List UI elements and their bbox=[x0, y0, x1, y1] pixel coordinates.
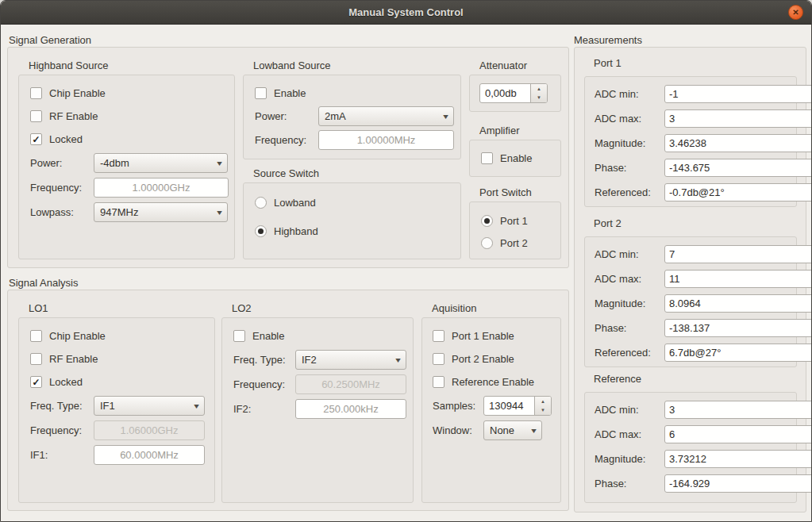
lo1-rf-enable-label: RF Enable bbox=[49, 353, 98, 365]
highband-chip-enable-checkbox[interactable] bbox=[30, 87, 42, 99]
magnitude-label: Magnitude: bbox=[595, 137, 664, 149]
lo2-if2-label: IF2: bbox=[233, 403, 295, 415]
amplifier-enable-label: Enable bbox=[500, 152, 532, 164]
reference-enable-checkbox[interactable] bbox=[433, 376, 444, 388]
source-switch-group: Lowband Highband bbox=[243, 182, 461, 259]
phase-label: Phase: bbox=[595, 322, 664, 334]
spin-down-icon[interactable]: ▼ bbox=[531, 94, 547, 103]
highband-locked-label: Locked bbox=[49, 133, 83, 145]
port2-adc-min-field[interactable] bbox=[664, 245, 812, 263]
attenuator-group: 0,00db ▲ ▼ bbox=[469, 75, 561, 112]
highband-frequency-input[interactable] bbox=[94, 178, 229, 198]
table-row: ADC max: bbox=[595, 425, 787, 443]
window-select[interactable]: None ▾ bbox=[483, 420, 542, 440]
lo2-freq-type-select[interactable]: IF2 ▾ bbox=[295, 350, 406, 370]
lo2-frequency-input bbox=[295, 374, 406, 394]
lowband-enable-row: Enable bbox=[255, 84, 454, 102]
highband-lowpass-label: Lowpass: bbox=[30, 206, 94, 218]
lo1-chip-enable-checkbox[interactable] bbox=[30, 330, 42, 342]
lo1-title: LO1 bbox=[29, 302, 48, 314]
highband-rf-enable-checkbox[interactable] bbox=[30, 110, 42, 122]
amplifier-enable-row: Enable bbox=[481, 149, 554, 167]
reference-adc-min-field[interactable] bbox=[664, 401, 812, 419]
magnitude-label: Magnitude: bbox=[595, 297, 664, 309]
lo1-rf-enable-checkbox[interactable] bbox=[30, 353, 42, 365]
adc-min-label: ADC min: bbox=[595, 248, 664, 260]
table-row: ADC min: bbox=[595, 245, 787, 263]
spin-down-icon[interactable]: ▼ bbox=[535, 406, 551, 416]
lo1-locked-label: Locked bbox=[49, 376, 83, 388]
highband-lowpass-value: 947MHz bbox=[100, 206, 138, 218]
lo2-freq-type-label: Freq. Type: bbox=[233, 354, 295, 366]
reference-magnitude-field[interactable] bbox=[664, 450, 812, 468]
lo1-if1-input[interactable] bbox=[94, 445, 205, 465]
lowband-power-label: Power: bbox=[255, 110, 318, 122]
table-row: Referenced: bbox=[595, 183, 787, 202]
attenuator-spinbox[interactable]: 0,00db ▲ ▼ bbox=[479, 83, 548, 103]
reference-phase-field[interactable] bbox=[664, 474, 812, 493]
highband-chip-enable-row: Chip Enable bbox=[30, 84, 228, 102]
close-button[interactable]: ✕ bbox=[788, 5, 803, 20]
source-switch-highband-row: Highband bbox=[255, 222, 454, 240]
lowband-source-title: Lowband Source bbox=[253, 59, 331, 71]
port-switch-group: Port 1 Port 2 bbox=[469, 202, 561, 259]
lo1-group: Chip Enable RF Enable ✓ Locked Freq. Typ… bbox=[18, 317, 215, 503]
port2-enable-checkbox[interactable] bbox=[433, 353, 444, 365]
highband-locked-checkbox[interactable]: ✓ bbox=[30, 133, 42, 145]
samples-spinbox[interactable]: 130944 ▲ ▼ bbox=[483, 396, 552, 416]
chevron-down-icon: ▾ bbox=[395, 355, 401, 364]
check-icon: ✓ bbox=[32, 377, 40, 388]
phase-label: Phase: bbox=[595, 162, 664, 174]
highband-radio[interactable] bbox=[255, 225, 267, 237]
port2-adc-max-field[interactable] bbox=[664, 270, 812, 288]
lo1-freq-type-select[interactable]: IF1 ▾ bbox=[94, 396, 205, 416]
window-label: Window: bbox=[433, 424, 483, 436]
lo2-enable-label: Enable bbox=[252, 330, 284, 342]
highband-source-group: Chip Enable RF Enable ✓ Locked Power: -4… bbox=[18, 75, 235, 259]
highband-locked-row: ✓ Locked bbox=[30, 130, 228, 148]
lowband-frequency-input[interactable] bbox=[318, 130, 454, 150]
table-row: Magnitude: bbox=[595, 450, 787, 468]
port1-radio[interactable] bbox=[481, 215, 493, 227]
measurements-port2-group: ADC min: ADC max: Magnitude: Phase: Refe… bbox=[584, 236, 797, 367]
referenced-label: Referenced: bbox=[595, 186, 664, 198]
lo2-title: LO2 bbox=[232, 302, 252, 314]
reference-adc-max-field[interactable] bbox=[664, 425, 812, 443]
port1-referenced-field[interactable] bbox=[664, 183, 812, 202]
port-switch-port2-row: Port 2 bbox=[481, 234, 554, 252]
lowband-radio-label: Lowband bbox=[274, 197, 316, 209]
port1-adc-max-field[interactable] bbox=[664, 109, 812, 128]
port1-enable-checkbox[interactable] bbox=[433, 330, 444, 342]
spin-up-icon[interactable]: ▲ bbox=[531, 84, 547, 94]
port1-enable-label: Port 1 Enable bbox=[452, 330, 514, 342]
lowband-radio[interactable] bbox=[255, 197, 267, 209]
amplifier-enable-checkbox[interactable] bbox=[481, 152, 493, 164]
measurements-reference-group: ADC min: ADC max: Magnitude: Phase: bbox=[584, 392, 797, 503]
port2-radio[interactable] bbox=[481, 237, 493, 249]
highband-power-select[interactable]: -4dbm ▾ bbox=[94, 153, 228, 173]
port1-adc-min-field[interactable] bbox=[664, 85, 812, 103]
port1-phase-field[interactable] bbox=[664, 159, 812, 177]
table-row: Phase: bbox=[595, 319, 787, 337]
lowband-enable-checkbox[interactable] bbox=[255, 87, 267, 99]
chevron-down-icon: ▾ bbox=[443, 112, 448, 121]
highband-lowpass-select[interactable]: 947MHz ▾ bbox=[94, 202, 228, 222]
lo2-if2-input[interactable] bbox=[295, 399, 406, 419]
spin-up-icon[interactable]: ▲ bbox=[535, 397, 551, 406]
manual-system-control-window: Manual System Control ✕ Signal Generatio… bbox=[0, 0, 812, 522]
port2-phase-field[interactable] bbox=[664, 319, 812, 337]
lo1-locked-checkbox[interactable]: ✓ bbox=[30, 376, 42, 388]
port2-referenced-field[interactable] bbox=[664, 344, 812, 362]
lo1-rf-enable-row: RF Enable bbox=[30, 350, 208, 368]
samples-spin-buttons: ▲ ▼ bbox=[534, 397, 551, 415]
port2-magnitude-field[interactable] bbox=[664, 294, 812, 313]
lo2-group: Enable Freq. Type: IF2 ▾ Frequency: IF2: bbox=[221, 317, 414, 503]
amplifier-title: Amplifier bbox=[479, 125, 520, 136]
port1-magnitude-field[interactable] bbox=[664, 134, 812, 152]
lowband-power-select[interactable]: 2mA ▾ bbox=[318, 106, 454, 126]
source-switch-lowband-row: Lowband bbox=[255, 194, 454, 212]
lo2-enable-checkbox[interactable] bbox=[233, 330, 245, 342]
magnitude-label: Magnitude: bbox=[595, 453, 664, 465]
aquisition-group: Port 1 Enable Port 2 Enable Reference En… bbox=[421, 317, 561, 503]
aquisition-port2-enable-row: Port 2 Enable bbox=[433, 350, 554, 368]
